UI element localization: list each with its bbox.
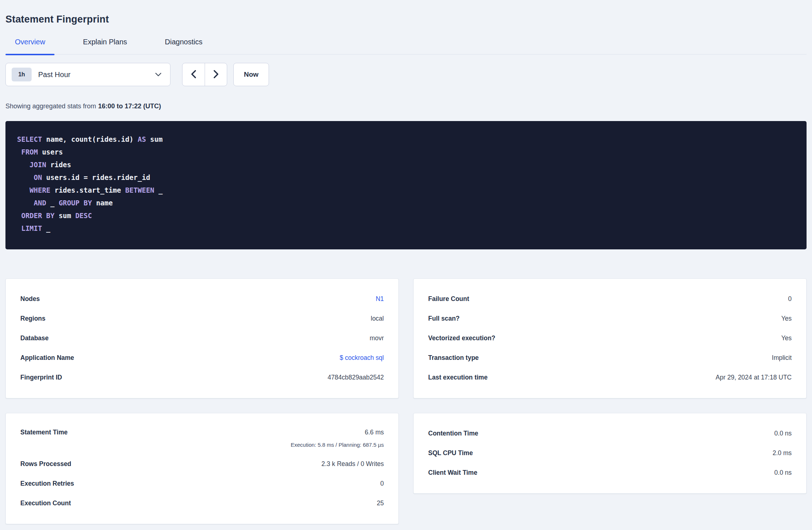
time-range-label: Past Hour — [38, 71, 71, 79]
panel-row: NodesN1 — [20, 289, 384, 309]
tab-overview[interactable]: Overview — [5, 37, 55, 54]
now-button[interactable]: Now — [233, 63, 269, 86]
sql-line: JOIN rides — [17, 158, 795, 171]
row-label: Database — [20, 334, 49, 342]
panel-row: Fingerprint ID4784cb829aab2542 — [20, 368, 384, 387]
time-range-select[interactable]: 1h Past Hour — [5, 63, 170, 86]
row-label: Failure Count — [428, 295, 469, 303]
row-value: 0 — [788, 295, 792, 303]
panel-row: Databasemovr — [20, 328, 384, 348]
tab-bar: OverviewExplain PlansDiagnostics — [5, 37, 807, 55]
row-value: 0.0 ns — [774, 469, 792, 477]
panel-row: Execution Retries0 — [20, 474, 384, 493]
row-label: Application Name — [20, 354, 74, 362]
row-label: Contention Time — [428, 430, 478, 437]
time-controls: 1h Past Hour Now — [5, 63, 807, 86]
sql-line: SELECT name, count(rides.id) AS sum — [17, 133, 795, 146]
row-value: 2.0 ms — [772, 449, 792, 457]
row-value: Yes — [781, 315, 792, 322]
tab-diagnostics[interactable]: Diagnostics — [156, 37, 212, 54]
row-label: Full scan? — [428, 315, 460, 322]
panel-row: Full scan?Yes — [428, 309, 792, 328]
panel-row: Contention Time0.0 ns — [428, 423, 792, 443]
row-value: Apr 29, 2024 at 17:18 UTC — [716, 374, 792, 381]
panel-row: Statement Time6.6 msExecution: 5.8 ms / … — [20, 423, 384, 454]
panel-row: Vectorized execution?Yes — [428, 328, 792, 348]
row-label: Regions — [20, 315, 45, 322]
chevron-right-icon — [213, 70, 219, 80]
panel-timing-stats: Contention Time0.0 nsSQL CPU Time2.0 msC… — [413, 413, 807, 494]
row-value-link[interactable]: $ cockroach sql — [339, 354, 384, 362]
panel-row: SQL CPU Time2.0 ms — [428, 443, 792, 463]
stats-line-prefix: Showing aggregated stats from — [5, 103, 96, 110]
row-label: Execution Count — [20, 499, 71, 507]
sql-line: AND _ GROUP BY name — [17, 197, 795, 209]
statement-fingerprint-page: Statement Fingerprint OverviewExplain Pl… — [0, 0, 812, 530]
row-value: 4784cb829aab2542 — [327, 374, 384, 381]
panel-row: Application Name$ cockroach sql — [20, 348, 384, 368]
row-value-link[interactable]: N1 — [376, 295, 384, 303]
row-label: Transaction type — [428, 354, 479, 362]
stats-line-range: 16:00 to 17:22 (UTC) — [98, 103, 161, 110]
chevron-down-icon — [155, 73, 161, 77]
row-label: Nodes — [20, 295, 40, 303]
panel-row: Client Wait Time0.0 ns — [428, 463, 792, 482]
row-value: Implicit — [772, 354, 792, 362]
panel-row: Execution Count25 — [20, 493, 384, 513]
next-range-button[interactable] — [205, 63, 227, 86]
panel-execution-attributes: Failure Count0Full scan?YesVectorized ex… — [413, 278, 807, 398]
panel-row: Regionslocal — [20, 309, 384, 328]
row-subvalue: Execution: 5.8 ms / Planning: 687.5 µs — [291, 442, 384, 448]
sql-line: ON users.id = rides.rider_id — [17, 171, 795, 184]
panel-row: Rows Processed2.3 k Reads / 0 Writes — [20, 454, 384, 474]
panel-row: Transaction typeImplicit — [428, 348, 792, 368]
row-value: local — [371, 315, 384, 322]
time-range-badge: 1h — [12, 68, 32, 81]
sql-line: LIMIT _ — [17, 222, 795, 235]
row-value: movr — [370, 334, 384, 342]
row-value: 2.3 k Reads / 0 Writes — [321, 460, 384, 468]
row-label: Execution Retries — [20, 480, 74, 487]
page-title: Statement Fingerprint — [5, 0, 807, 26]
tab-explain-plans[interactable]: Explain Plans — [73, 37, 136, 54]
row-label: Rows Processed — [20, 460, 71, 468]
row-label: Statement Time — [20, 423, 68, 441]
row-label: Last execution time — [428, 374, 487, 381]
row-value: 25 — [377, 499, 384, 507]
row-value: 6.6 ms — [365, 423, 384, 441]
sql-statement-box: SELECT name, count(rides.id) AS sum FROM… — [5, 121, 807, 249]
panels-grid: NodesN1RegionslocalDatabasemovrApplicati… — [5, 278, 807, 524]
sql-line: WHERE rides.start_time BETWEEN _ — [17, 184, 795, 197]
row-value: 0 — [380, 480, 384, 487]
sql-line: FROM users — [17, 146, 795, 158]
panel-row: Last execution timeApr 29, 2024 at 17:18… — [428, 368, 792, 387]
row-value: Yes — [781, 334, 792, 342]
row-value: 0.0 ns — [774, 430, 792, 437]
panel-row: Failure Count0 — [428, 289, 792, 309]
prev-range-button[interactable] — [182, 63, 205, 86]
row-label: Client Wait Time — [428, 469, 477, 477]
chevron-left-icon — [191, 70, 196, 80]
panel-statement-details: NodesN1RegionslocalDatabasemovrApplicati… — [5, 278, 399, 398]
panel-execution-stats: Statement Time6.6 msExecution: 5.8 ms / … — [5, 413, 399, 524]
time-pager — [182, 63, 227, 86]
sql-line: ORDER BY sum DESC — [17, 209, 795, 222]
aggregated-stats-line: Showing aggregated stats from16:00 to 17… — [5, 102, 807, 111]
row-label: Vectorized execution? — [428, 334, 495, 342]
row-label: SQL CPU Time — [428, 449, 473, 457]
row-label: Fingerprint ID — [20, 374, 62, 381]
